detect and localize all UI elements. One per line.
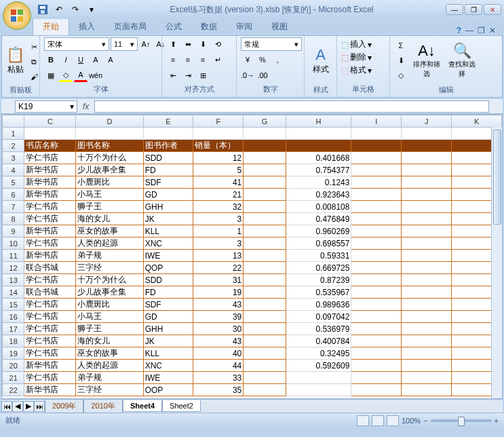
col-header-corner[interactable] bbox=[3, 115, 24, 128]
row-header-4[interactable]: 4 bbox=[3, 164, 24, 176]
cell[interactable]: 35 bbox=[193, 384, 244, 396]
redo-icon[interactable]: ↷ bbox=[69, 3, 81, 16]
maximize-button[interactable]: ❐ bbox=[465, 4, 482, 15]
decrease-font-alt[interactable]: A bbox=[104, 53, 117, 66]
cell[interactable]: 学仁书店 bbox=[24, 335, 76, 347]
cell[interactable]: 21 bbox=[193, 189, 244, 201]
cell[interactable] bbox=[351, 164, 402, 176]
scroll-thumb[interactable] bbox=[493, 130, 501, 225]
cell[interactable] bbox=[351, 262, 402, 274]
cell[interactable] bbox=[402, 335, 452, 347]
cell[interactable]: 小马王 bbox=[76, 311, 143, 323]
cell[interactable] bbox=[351, 286, 402, 299]
vertical-scrollbar[interactable] bbox=[491, 127, 502, 398]
cell[interactable] bbox=[244, 311, 286, 323]
tab-review[interactable]: 审阅 bbox=[227, 18, 262, 35]
cell[interactable]: 0.401668 bbox=[286, 152, 351, 164]
cell[interactable] bbox=[402, 286, 452, 299]
cell[interactable]: JK bbox=[143, 335, 193, 347]
sheet-nav-prev[interactable]: ◀ bbox=[12, 401, 23, 412]
cell[interactable]: XNC bbox=[143, 238, 193, 250]
tab-data[interactable]: 数据 bbox=[191, 18, 227, 35]
cell[interactable]: 0.400784 bbox=[286, 335, 351, 347]
cell[interactable]: FD bbox=[143, 164, 193, 176]
cell[interactable]: 32 bbox=[193, 201, 244, 213]
cell[interactable]: QOP bbox=[143, 262, 193, 274]
orientation-icon[interactable]: ⟲ bbox=[211, 37, 225, 51]
cell[interactable]: 0.754377 bbox=[286, 164, 351, 176]
cell[interactable]: 联合书城 bbox=[24, 262, 76, 274]
merge-cells-icon[interactable]: ⊞ bbox=[196, 69, 210, 82]
insert-cells-button[interactable]: ⬚插入▾ bbox=[341, 39, 372, 50]
tab-insert[interactable]: 插入 bbox=[69, 18, 104, 35]
row-header-6[interactable]: 6 bbox=[3, 189, 24, 201]
cell[interactable]: 三字经 bbox=[76, 262, 143, 274]
format-painter-icon[interactable]: 🖌 bbox=[27, 70, 41, 83]
cell[interactable] bbox=[402, 372, 452, 384]
cell[interactable] bbox=[244, 262, 286, 274]
cell[interactable] bbox=[351, 372, 402, 384]
col-header-K[interactable]: K bbox=[452, 115, 502, 128]
fill-color-icon[interactable]: ◇ bbox=[59, 69, 73, 82]
cell[interactable]: 0.960269 bbox=[286, 225, 351, 238]
cell[interactable] bbox=[351, 311, 402, 323]
cell[interactable]: 巫女的故事 bbox=[76, 225, 143, 238]
styles-button[interactable]: A样式 bbox=[309, 37, 332, 83]
cell[interactable] bbox=[351, 274, 402, 286]
minimize-button[interactable]: — bbox=[446, 4, 463, 15]
underline-button[interactable]: U bbox=[74, 53, 88, 66]
cell[interactable]: 学仁书店 bbox=[24, 347, 76, 360]
cell[interactable]: SDD bbox=[143, 274, 193, 286]
align-center-icon[interactable]: ≡ bbox=[181, 53, 195, 66]
name-box[interactable]: K19▾ bbox=[15, 100, 77, 113]
cell[interactable] bbox=[402, 347, 452, 360]
cell[interactable] bbox=[351, 213, 402, 225]
cell[interactable]: 三字经 bbox=[76, 384, 143, 396]
col-header-E[interactable]: E bbox=[143, 115, 193, 128]
cell[interactable] bbox=[351, 299, 402, 311]
page-break-view-icon[interactable] bbox=[387, 415, 399, 426]
increase-decimal-icon[interactable]: .0→ bbox=[241, 69, 254, 82]
tab-formulas[interactable]: 公式 bbox=[156, 18, 191, 35]
cell[interactable] bbox=[244, 213, 286, 225]
paste-button[interactable]: 📋粘贴 bbox=[6, 37, 24, 83]
sheet-tab-sheet4[interactable]: Sheet4 bbox=[123, 400, 162, 412]
cell[interactable] bbox=[76, 128, 143, 140]
cell[interactable]: 40 bbox=[193, 347, 244, 360]
cell[interactable]: 小鹿斑比 bbox=[76, 176, 143, 189]
cell[interactable]: 学仁书店 bbox=[24, 372, 76, 384]
percent-icon[interactable]: % bbox=[256, 53, 269, 66]
formula-bar[interactable] bbox=[94, 100, 489, 113]
zoom-in-icon[interactable]: + bbox=[495, 417, 499, 425]
cell[interactable] bbox=[402, 189, 452, 201]
cell[interactable] bbox=[244, 323, 286, 335]
row-header-3[interactable]: 3 bbox=[3, 152, 24, 164]
cell[interactable]: 3 bbox=[193, 213, 244, 225]
cell[interactable]: 5 bbox=[193, 164, 244, 176]
cell[interactable]: 学仁书店 bbox=[24, 152, 76, 164]
align-middle-icon[interactable]: ⬌ bbox=[181, 37, 195, 51]
cell[interactable]: 新华书店 bbox=[24, 164, 76, 176]
cell[interactable] bbox=[351, 140, 402, 152]
cell[interactable]: 书店名称 bbox=[24, 140, 76, 152]
align-left-icon[interactable]: ≡ bbox=[166, 53, 180, 66]
cell[interactable]: 十万个为什么 bbox=[76, 274, 143, 286]
cell[interactable] bbox=[351, 335, 402, 347]
sheet-nav-first[interactable]: ⏮ bbox=[1, 401, 12, 412]
cell[interactable] bbox=[402, 213, 452, 225]
increase-font-icon[interactable]: A↑ bbox=[139, 37, 153, 51]
cell[interactable]: 41 bbox=[193, 176, 244, 189]
col-header-C[interactable]: C bbox=[24, 115, 76, 128]
row-header-13[interactable]: 13 bbox=[3, 274, 24, 286]
increase-indent-icon[interactable]: ⇥ bbox=[181, 69, 195, 82]
cell[interactable] bbox=[351, 384, 402, 396]
cell[interactable] bbox=[351, 189, 402, 201]
cell[interactable] bbox=[351, 323, 402, 335]
sheet-nav-next[interactable]: ▶ bbox=[23, 401, 34, 412]
cell[interactable]: 学仁书店 bbox=[24, 213, 76, 225]
qat-dropdown-icon[interactable]: ▾ bbox=[85, 3, 98, 16]
cell[interactable]: 0.535967 bbox=[286, 286, 351, 299]
cell[interactable]: 少儿故事全集 bbox=[76, 286, 143, 299]
cell[interactable]: 联合书城 bbox=[24, 286, 76, 299]
cell[interactable]: 0.536979 bbox=[286, 323, 351, 335]
